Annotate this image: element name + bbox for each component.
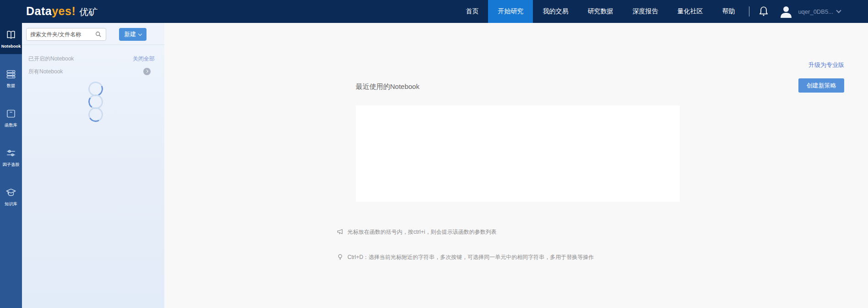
nav-item-start-research[interactable]: 开始研究 (488, 0, 533, 23)
expand-chevron-icon[interactable] (143, 68, 151, 75)
notification-bell-icon[interactable] (758, 5, 770, 18)
sidebar-item-label: Notebook (1, 44, 21, 48)
function-library-icon (5, 108, 17, 120)
top-navbar: Datayes! 优矿 首页 开始研究 我的交易 研究数据 深度报告 量化社区 … (0, 0, 868, 23)
factor-sliders-icon (5, 147, 17, 159)
notebook-file-panel: 新建 已开启的Notebook 关闭全部 所有Notebook (22, 23, 164, 308)
sidebar-item-function-library[interactable]: 函数库 (0, 102, 22, 133)
nav-item-research-data[interactable]: 研究数据 (578, 0, 623, 23)
all-notebooks-row[interactable]: 所有Notebook (28, 67, 155, 76)
sidebar-item-data[interactable]: 数据 (0, 62, 22, 94)
left-icon-sidebar: Notebook 数据 函数库 (0, 23, 22, 308)
tip-text: Ctrl+D：选择当前光标附近的字符串，多次按键，可选择同一单元中的相同字符串，… (347, 253, 594, 261)
new-button-label: 新建 (124, 30, 136, 38)
database-icon (5, 68, 17, 80)
chevron-down-icon[interactable] (836, 8, 841, 13)
nav-item-help[interactable]: 帮助 (712, 0, 744, 23)
sidebar-item-knowledge-base[interactable]: 知识库 (0, 181, 22, 212)
sidebar-item-label: 知识库 (5, 201, 17, 206)
nav-item-deep-reports[interactable]: 深度报告 (623, 0, 667, 23)
user-avatar[interactable] (779, 4, 793, 19)
logo-text-data: Data (26, 5, 52, 18)
recent-notebook-title: 最近使用的Notebook (356, 82, 419, 91)
tip-text: 光标放在函数的括号内，按ctrl+i，则会提示该函数的参数列表 (347, 228, 497, 236)
bulb-icon (336, 253, 344, 261)
sidebar-item-label: 数据 (7, 83, 15, 88)
nav-item-quant-community[interactable]: 量化社区 (667, 0, 712, 23)
sidebar-item-factor-screening[interactable]: 因子选股 (0, 141, 22, 172)
main-content: 升级为专业版 最近使用的Notebook 创建新策略 光标放在函数的括号内，按c… (164, 23, 868, 308)
knowledge-cap-icon (5, 187, 17, 198)
nav-divider (749, 6, 749, 16)
chevron-down-icon (138, 32, 142, 35)
opened-notebooks-row: 已开启的Notebook 关闭全部 (28, 55, 155, 62)
notebook-icon (5, 29, 17, 41)
search-input[interactable] (26, 28, 106, 41)
all-notebooks-label: 所有Notebook (28, 68, 63, 76)
logo-text-uqer: 优矿 (79, 6, 98, 18)
nav-item-my-trades[interactable]: 我的交易 (533, 0, 578, 23)
tip-row: 光标放在函数的括号内，按ctrl+i，则会提示该函数的参数列表 (336, 228, 497, 236)
spinner-ring (87, 105, 104, 123)
upgrade-pro-link[interactable]: 升级为专业版 (808, 61, 844, 69)
nav-menu: 首页 开始研究 我的交易 研究数据 深度报告 量化社区 帮助 uqer_0DB5… (456, 0, 868, 23)
new-button[interactable]: 新建 (119, 28, 146, 41)
username-label[interactable]: uqer_0DB5... (798, 8, 833, 15)
logo-text-yes: yes! (52, 5, 76, 18)
nav-item-home[interactable]: 首页 (456, 0, 488, 23)
megaphone-icon (336, 228, 344, 236)
recent-notebook-panel (356, 105, 680, 202)
sidebar-item-label: 因子选股 (3, 162, 20, 166)
tip-row: Ctrl+D：选择当前光标附近的字符串，多次按键，可选择同一单元中的相同字符串，… (336, 253, 594, 261)
loading-spinner (88, 82, 103, 122)
close-all-link[interactable]: 关闭全部 (133, 55, 155, 63)
sidebar-item-label: 函数库 (5, 122, 17, 127)
opened-notebooks-label: 已开启的Notebook (28, 55, 74, 63)
create-strategy-button[interactable]: 创建新策略 (798, 78, 844, 93)
sidebar-item-notebook[interactable]: Notebook (0, 23, 22, 54)
datayes-logo[interactable]: Datayes! 优矿 (26, 5, 98, 18)
